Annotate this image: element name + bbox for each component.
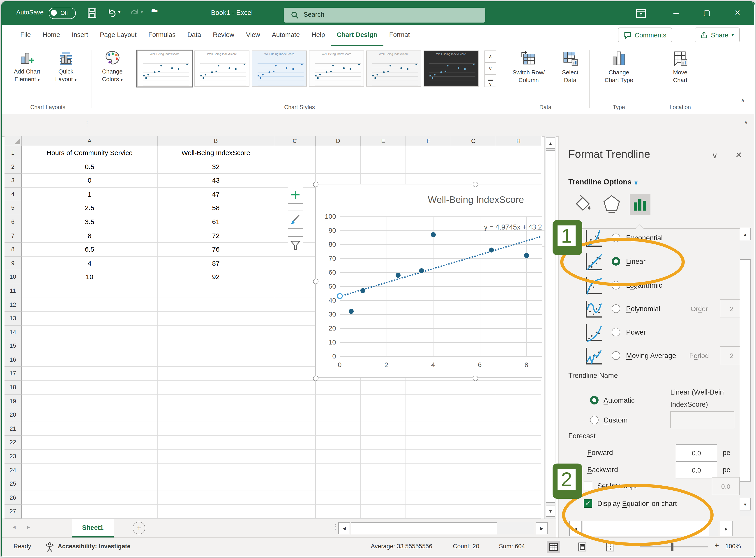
trendline-endpoint-highlight[interactable] [337, 293, 343, 299]
column-header-C[interactable]: C [274, 136, 316, 146]
formula-bar-expand-icon[interactable]: ∨ [744, 120, 748, 125]
cell-B8[interactable]: 76 [158, 243, 274, 256]
ribbon-tab-data[interactable]: Data [181, 25, 207, 45]
ribbon-tab-chart-design[interactable]: Chart Design [331, 25, 383, 46]
row-header-22[interactable]: 22 [4, 436, 22, 450]
data-point-8-72[interactable] [524, 253, 529, 258]
cell-A25[interactable] [22, 477, 158, 491]
cell-B3[interactable]: 43 [158, 174, 274, 187]
cell-C18[interactable] [274, 381, 316, 394]
gallery-scroll-up[interactable]: ∧ [484, 51, 496, 63]
redo-dropdown-icon[interactable]: ▾ [141, 9, 143, 15]
cell-A6[interactable]: 3.5 [22, 215, 158, 229]
cell-A2[interactable]: 0.5 [22, 160, 158, 174]
zoom-level[interactable]: 100% [725, 543, 741, 550]
cell-A14[interactable] [22, 325, 158, 339]
cell-F25[interactable] [406, 477, 451, 491]
radio-automatic-selected[interactable] [590, 396, 599, 404]
cell-B10[interactable]: 92 [158, 270, 274, 284]
cell-B20[interactable] [158, 408, 274, 422]
cell-F22[interactable] [406, 436, 451, 450]
cell-B16[interactable] [158, 353, 274, 367]
radio-custom[interactable] [590, 416, 599, 424]
cell-A24[interactable] [22, 463, 158, 477]
cell-C14[interactable] [274, 325, 316, 339]
cell-B11[interactable] [158, 284, 274, 298]
ribbon-tab-view[interactable]: View [240, 25, 266, 45]
cell-B27[interactable] [158, 505, 274, 518]
cell-A3[interactable]: 0 [22, 174, 158, 187]
cell-B17[interactable] [158, 367, 274, 381]
cell-F26[interactable] [406, 491, 451, 505]
cell-F18[interactable] [406, 381, 451, 394]
cell-G22[interactable] [451, 436, 496, 450]
chart-style-6[interactable]: Well-Being IndexScore [424, 51, 479, 86]
cell-A27[interactable] [22, 505, 158, 518]
cell-C3[interactable] [274, 174, 316, 187]
hscroll-right-icon[interactable]: ▶ [536, 522, 548, 534]
zoom-slider-track[interactable] [639, 547, 708, 548]
cell-F2[interactable] [406, 160, 451, 174]
cell-A7[interactable]: 8 [22, 229, 158, 243]
row-header-4[interactable]: 4 [4, 187, 22, 201]
cell-A17[interactable] [22, 367, 158, 381]
autosave-toggle[interactable]: Off [49, 8, 76, 19]
cell-C27[interactable] [274, 505, 316, 518]
row-header-16[interactable]: 16 [4, 353, 22, 367]
data-point-0.5-32[interactable] [349, 309, 354, 314]
cell-H1[interactable] [496, 146, 541, 160]
new-sheet-button[interactable]: + [133, 522, 145, 534]
power-label[interactable]: Power [626, 328, 646, 336]
cell-F27[interactable] [406, 505, 451, 518]
chart-handle-top-middle[interactable] [473, 182, 478, 187]
trendline[interactable] [339, 234, 542, 297]
cell-D27[interactable] [316, 505, 361, 518]
sheet-nav-prev-icon[interactable]: ◂ [12, 524, 16, 530]
cell-E21[interactable] [361, 422, 406, 436]
search-box[interactable]: Search [284, 8, 485, 23]
row-header-20[interactable]: 20 [4, 408, 22, 422]
cell-B22[interactable] [158, 436, 274, 450]
status-count[interactable]: Count: 20 [453, 543, 479, 550]
tab-scroll-splitter[interactable]: ⋮ [332, 523, 339, 531]
status-average[interactable]: Average: 33.55555556 [371, 543, 432, 550]
cell-C1[interactable] [274, 146, 316, 160]
pane-close-icon[interactable]: ✕ [735, 150, 742, 160]
cell-F21[interactable] [406, 422, 451, 436]
cell-D19[interactable] [316, 394, 361, 408]
custom-label[interactable]: Custom [604, 416, 628, 424]
cell-D26[interactable] [316, 491, 361, 505]
cell-E2[interactable] [361, 160, 406, 174]
row-header-7[interactable]: 7 [4, 229, 22, 243]
cell-C11[interactable] [274, 284, 316, 298]
cell-C23[interactable] [274, 450, 316, 463]
cell-H21[interactable] [496, 422, 541, 436]
set-intercept-input[interactable]: 0.0 [712, 477, 740, 495]
cell-B9[interactable]: 87 [158, 256, 274, 270]
quick-access-customize-icon[interactable]: ▬▾ [152, 6, 157, 20]
chart-handle-bottom-middle[interactable] [473, 376, 478, 381]
cell-B24[interactable] [158, 463, 274, 477]
cell-B6[interactable]: 61 [158, 215, 274, 229]
cell-A21[interactable] [22, 422, 158, 436]
cell-C26[interactable] [274, 491, 316, 505]
chart-style-3[interactable]: Well-Being IndexScore [252, 51, 307, 86]
cell-F23[interactable] [406, 450, 451, 463]
row-header-15[interactable]: 15 [4, 339, 22, 353]
cell-C13[interactable] [274, 311, 316, 325]
cell-D25[interactable] [316, 477, 361, 491]
maximize-button[interactable]: ▢ [699, 8, 714, 18]
cell-E18[interactable] [361, 381, 406, 394]
namebox-splitter[interactable]: ⋮ [84, 120, 90, 127]
cell-B21[interactable] [158, 422, 274, 436]
hscroll-left-icon[interactable]: ◀ [338, 522, 350, 534]
scroll-down-icon[interactable]: ▼ [546, 505, 555, 517]
cell-E26[interactable] [361, 491, 406, 505]
cell-E20[interactable] [361, 408, 406, 422]
polynomial-label[interactable]: Polynomial [626, 305, 660, 313]
cell-A20[interactable] [22, 408, 158, 422]
cell-B14[interactable] [158, 325, 274, 339]
row-header-1[interactable]: 1 [4, 146, 22, 160]
cell-C20[interactable] [274, 408, 316, 422]
column-header-B[interactable]: B [158, 136, 274, 146]
